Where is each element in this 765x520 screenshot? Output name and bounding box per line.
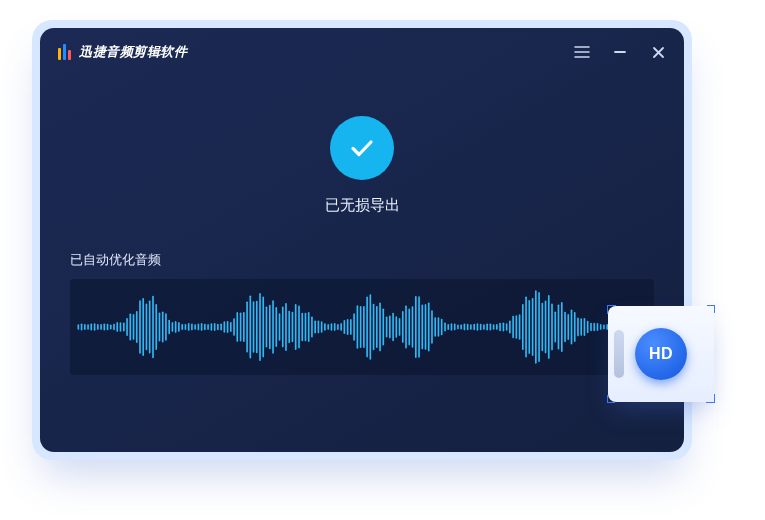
app-window: 迅捷音频剪辑软件 已无损导出 已自动优化音频 bbox=[40, 28, 684, 452]
main-content: 已无损导出 已自动优化音频 bbox=[40, 76, 684, 452]
logo-icon bbox=[58, 44, 71, 60]
app-title: 迅捷音频剪辑软件 bbox=[79, 43, 187, 61]
menu-button[interactable] bbox=[574, 44, 590, 60]
waveform-panel bbox=[70, 279, 654, 375]
minimize-button[interactable] bbox=[612, 44, 628, 60]
app-logo: 迅捷音频剪辑软件 bbox=[58, 43, 187, 61]
hd-side-pill bbox=[614, 330, 624, 378]
waveform-icon bbox=[70, 287, 654, 367]
status-text: 已无损导出 bbox=[325, 196, 400, 215]
section-label: 已自动优化音频 bbox=[70, 251, 654, 269]
titlebar: 迅捷音频剪辑软件 bbox=[40, 28, 684, 76]
audio-section: 已自动优化音频 bbox=[40, 251, 684, 375]
success-icon bbox=[330, 116, 394, 180]
window-frame: 迅捷音频剪辑软件 已无损导出 已自动优化音频 bbox=[32, 20, 692, 460]
hd-badge: HD bbox=[608, 306, 714, 402]
hd-icon: HD bbox=[635, 328, 687, 380]
window-controls bbox=[574, 44, 666, 60]
close-button[interactable] bbox=[650, 44, 666, 60]
hd-label: HD bbox=[649, 345, 673, 363]
